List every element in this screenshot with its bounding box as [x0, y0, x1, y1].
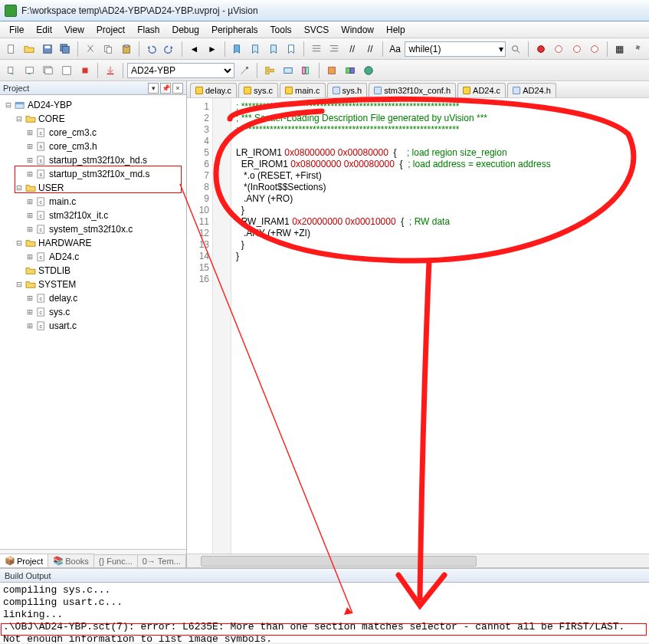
menu-edit[interactable]: Edit — [30, 23, 58, 37]
menu-project[interactable]: Project — [90, 23, 131, 37]
cut-icon[interactable] — [82, 41, 99, 58]
redo-icon[interactable] — [161, 41, 178, 58]
build-output-text[interactable]: compiling sys.c... compiling usart.c... … — [0, 583, 649, 642]
menu-view[interactable]: View — [58, 23, 90, 37]
horizontal-scrollbar[interactable] — [187, 554, 649, 567]
batch-build-icon[interactable] — [58, 62, 75, 79]
tree-file-main-c[interactable]: ⊞cmain.c — [0, 195, 186, 209]
target-select[interactable]: AD24-YBP — [127, 63, 234, 78]
tree-file-usart-c[interactable]: ⊞cusart.c — [0, 319, 186, 333]
file-tab-main-c[interactable]: main.c — [280, 83, 325, 97]
project-tree[interactable]: ⊟AD24-YBP⊟CORE⊞ccore_cm3.c⊞hcore_cm3.h⊞s… — [0, 95, 186, 549]
menu-window[interactable]: Window — [335, 23, 380, 37]
tree-file-AD24-c[interactable]: ⊞cAD24.c — [0, 250, 186, 264]
menu-debug[interactable]: Debug — [166, 23, 205, 37]
panel-tab-project[interactable]: 📦 Project — [0, 554, 48, 567]
breakpoint-margin[interactable]: ▶ — [213, 98, 231, 554]
save-icon[interactable] — [39, 41, 56, 58]
bookmark-prev-icon[interactable] — [247, 41, 264, 58]
new-file-icon[interactable] — [3, 41, 20, 58]
file-tab-AD24-c[interactable]: AD24.c — [457, 83, 506, 97]
svg-point-11 — [556, 45, 562, 52]
tree-root[interactable]: ⊟AD24-YBP — [0, 98, 186, 112]
menu-tools[interactable]: Tools — [264, 23, 298, 37]
build-icon[interactable] — [21, 62, 38, 79]
save-all-icon[interactable] — [57, 41, 74, 58]
tree-file-sys-c[interactable]: ⊞csys.c — [0, 305, 186, 319]
tree-group-user[interactable]: ⊟USER — [0, 181, 186, 195]
breakpoint3-icon[interactable] — [587, 41, 604, 58]
books-icon[interactable] — [298, 62, 315, 79]
bookmark-toggle-icon[interactable] — [229, 41, 246, 58]
menu-file[interactable]: File — [3, 23, 30, 37]
translate-icon[interactable] — [3, 62, 20, 79]
nav-fwd-icon[interactable]: ► — [204, 41, 221, 58]
breakpoint2-icon[interactable] — [569, 41, 585, 58]
file-tab-AD24-h[interactable]: AD24.h — [507, 83, 556, 97]
panel-pin-icon[interactable]: 📌 — [160, 83, 171, 94]
find-combo[interactable]: ▾ — [405, 41, 506, 57]
tree-file-startup_stm32f10x_md-s[interactable]: ⊞sstartup_stm32f10x_md.s — [0, 167, 186, 181]
uncomment-icon[interactable]: // — [362, 41, 379, 58]
tree-file-stm32f10x_it-c[interactable]: ⊞cstm32f10x_it.c — [0, 209, 186, 222]
menu-help[interactable]: Help — [380, 23, 411, 37]
build-output-header: Build Output — [0, 569, 649, 583]
undo-icon[interactable] — [143, 41, 160, 58]
comment-icon[interactable]: // — [344, 41, 361, 58]
svg-rect-30 — [350, 67, 354, 73]
tree-file-core_cm3-h[interactable]: ⊞hcore_cm3.h — [0, 140, 186, 153]
debug-icon[interactable] — [533, 41, 549, 58]
breakpoint-icon[interactable] — [550, 41, 567, 58]
filegroup-icon[interactable] — [280, 62, 297, 79]
find-next-icon[interactable] — [507, 41, 524, 58]
tree-group-hardware[interactable]: ⊟HARDWARE — [0, 236, 186, 250]
file-tab-delay-c[interactable]: delay.c — [190, 83, 237, 97]
code-text[interactable]: ; **************************************… — [231, 98, 649, 554]
tree-file-core_cm3-c[interactable]: ⊞ccore_cm3.c — [0, 126, 186, 140]
indent-icon[interactable] — [308, 41, 325, 58]
download-icon[interactable] — [102, 62, 119, 79]
find-input[interactable] — [407, 43, 499, 55]
tree-group-core[interactable]: ⊟CORE — [0, 112, 186, 126]
panel-tab-books[interactable]: 📚 Books — [48, 554, 94, 567]
file-tab-stm32f10x_conf-h[interactable]: stm32f10x_conf.h — [369, 83, 456, 97]
find-prev-icon[interactable]: Aa — [387, 41, 404, 58]
nav-back-icon[interactable]: ◄ — [186, 41, 203, 58]
manage-icon[interactable] — [261, 62, 278, 79]
tree-file-system_stm32f10x-c[interactable]: ⊞csystem_stm32f10x.c — [0, 222, 186, 236]
rte-icon[interactable] — [342, 62, 359, 79]
pack-install-icon[interactable] — [323, 62, 340, 79]
tree-file-delay-c[interactable]: ⊞cdelay.c — [0, 291, 186, 305]
svg-point-9 — [513, 45, 518, 51]
copy-icon[interactable] — [100, 41, 117, 58]
target-options-icon[interactable] — [236, 62, 253, 79]
panel-tab-templates[interactable]: 0→ Tem... — [137, 554, 186, 567]
scroll-thumb[interactable] — [201, 556, 477, 567]
svg-rect-26 — [303, 67, 306, 74]
rebuild-icon[interactable] — [40, 62, 57, 79]
panel-tab-functions[interactable]: {} Func... — [93, 554, 138, 567]
menu-svcs[interactable]: SVCS — [298, 23, 336, 37]
file-tab-sys-h[interactable]: sys.h — [327, 83, 368, 97]
stop-build-icon[interactable] — [77, 62, 93, 79]
bookmark-next-icon[interactable] — [265, 41, 282, 58]
tree-group-system[interactable]: ⊟SYSTEM — [0, 278, 186, 291]
open-file-icon[interactable] — [21, 41, 38, 58]
help-icon[interactable] — [360, 62, 377, 79]
panel-close-icon[interactable]: × — [172, 83, 183, 94]
tree-group-stdlib[interactable]: STDLIB — [0, 264, 186, 278]
svg-point-12 — [573, 45, 580, 52]
paste-icon[interactable] — [118, 41, 135, 58]
file-tab-sys-c[interactable]: sys.c — [238, 83, 278, 97]
menu-flash[interactable]: Flash — [131, 23, 166, 37]
config-icon[interactable] — [630, 41, 647, 58]
svg-text:c: c — [39, 213, 42, 219]
window-list-icon[interactable]: ▦ — [611, 41, 628, 58]
menu-peripherals[interactable]: Peripherals — [205, 23, 264, 37]
outdent-icon[interactable] — [326, 41, 343, 58]
chevron-down-icon[interactable]: ▾ — [499, 44, 503, 54]
bookmark-clear-icon[interactable] — [283, 41, 300, 58]
code-editor[interactable]: 12345678910111213141516 ▶ ; ************… — [187, 98, 649, 554]
panel-dropdown-icon[interactable]: ▾ — [148, 83, 159, 94]
tree-file-startup_stm32f10x_hd-s[interactable]: ⊞sstartup_stm32f10x_hd.s — [0, 153, 186, 167]
